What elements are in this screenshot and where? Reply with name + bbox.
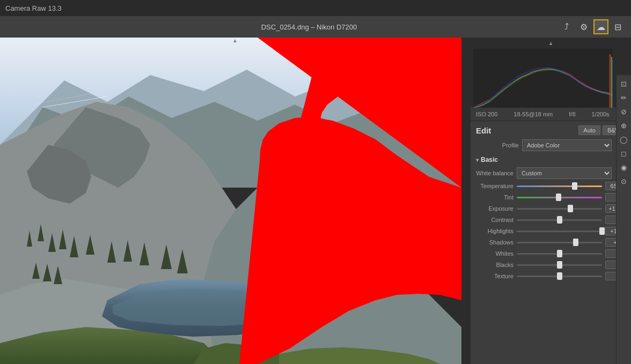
photo-container <box>0 38 461 364</box>
title-bar: Camera Raw 13.3 <box>0 0 631 16</box>
tint-track <box>517 197 602 198</box>
whites-label: Whites <box>476 250 513 257</box>
contrast-slider-container[interactable] <box>517 216 602 224</box>
right-toolbar: ⊡ ✏ ⊘ ⊕ ◯ ◻ ◉ ⊙ ··· <box>616 75 631 364</box>
landscape-svg <box>0 38 461 364</box>
highlights-row: Highlights +100 <box>476 227 626 235</box>
contrast-label: Contrast <box>476 217 513 223</box>
tint-row: Tint -2 <box>476 193 626 202</box>
blacks-label: Blacks <box>476 262 513 268</box>
highlights-track <box>517 231 602 232</box>
temperature-thumb[interactable] <box>572 182 577 190</box>
profile-label: Profile <box>476 142 519 148</box>
tint-slider-container[interactable] <box>517 193 602 202</box>
texture-track <box>517 276 602 277</box>
main-layout: ▲ ▲ ISO 200 <box>0 38 631 364</box>
tint-label: Tint <box>476 194 513 200</box>
settings-button[interactable]: ⚙ <box>576 19 591 34</box>
highlights-slider-container[interactable] <box>517 227 602 235</box>
shadows-slider-container[interactable] <box>517 238 602 247</box>
svg-rect-31 <box>473 49 613 108</box>
iso-value: ISO 200 <box>476 111 497 117</box>
tint-thumb[interactable] <box>556 194 561 201</box>
presets-tool[interactable]: ◉ <box>618 161 630 174</box>
whites-track <box>517 253 602 255</box>
crop-tool[interactable]: ⊡ <box>618 77 630 90</box>
texture-label: Texture <box>476 273 513 279</box>
profile-select[interactable]: Adobe Color <box>522 139 612 151</box>
texture-row: Texture 0 <box>476 272 626 280</box>
temperature-track <box>517 185 602 187</box>
edit-panel: Edit Auto B&W Profile Adobe Color ⊞ ▾ Ba… <box>471 121 631 364</box>
save-button[interactable]: ⤴ <box>559 19 574 34</box>
exposure-slider-container[interactable] <box>517 204 602 213</box>
cloud-sync-button[interactable]: ☁ <box>593 19 608 34</box>
focal-value: 18-55@18 mm <box>513 111 553 117</box>
redeye-tool[interactable]: ⊕ <box>618 119 630 132</box>
shadows-track <box>517 242 602 243</box>
temperature-slider-container[interactable] <box>517 182 602 190</box>
contrast-thumb[interactable] <box>557 216 562 224</box>
scroll-up-arrow[interactable]: ▲ <box>473 40 628 47</box>
shadows-row: Shadows +39 <box>476 238 626 247</box>
exposure-row: Exposure +1.35 <box>476 204 626 213</box>
texture-thumb[interactable] <box>557 272 562 280</box>
contrast-track <box>517 219 602 221</box>
right-panel: ▲ ISO 200 18-55@18 mm f/8 <box>470 38 631 364</box>
wb-label: White balance <box>476 170 513 176</box>
exposure-label: Exposure <box>476 205 513 212</box>
shadows-thumb[interactable] <box>573 239 578 246</box>
profile-row: Profile Adobe Color ⊞ <box>476 139 626 151</box>
temperature-row: Temperature 6500 <box>476 182 626 190</box>
eyedropper-tool[interactable]: ✏ <box>618 91 630 104</box>
edit-title: Edit <box>476 126 491 135</box>
whites-thumb[interactable] <box>557 250 562 257</box>
whites-row: Whites 0 <box>476 249 626 258</box>
mask-tool[interactable]: ◯ <box>618 133 630 146</box>
histogram-area: ▲ <box>471 38 631 107</box>
wb-select[interactable]: Custom As Shot Daylight Cloudy <box>517 167 612 179</box>
exposure-track <box>517 208 602 210</box>
shadows-label: Shadows <box>476 239 513 246</box>
basic-section-header: ▾ Basic ◉ <box>476 154 626 165</box>
blacks-thumb[interactable] <box>557 261 562 269</box>
basic-title: ▾ Basic <box>476 156 498 164</box>
image-area: ▲ <box>0 38 470 364</box>
adjust-button[interactable]: ⊟ <box>611 19 626 34</box>
wb-row: White balance Custom As Shot Daylight Cl… <box>476 167 626 179</box>
contrast-row: Contrast 0 <box>476 216 626 224</box>
top-bar: DSC_0254.dng – Nikon D7200 ⤴ ⚙ ☁ ⊟ <box>0 16 631 38</box>
highlights-label: Highlights <box>476 228 513 234</box>
histogram-svg <box>473 49 613 108</box>
aperture-value: f/8 <box>569 111 575 117</box>
snapshot-tool[interactable]: ◻ <box>618 147 630 160</box>
shutter-value: 1/200s <box>592 111 610 117</box>
auto-button[interactable]: Auto <box>578 125 600 135</box>
texture-slider-container[interactable] <box>517 272 602 280</box>
blacks-row: Blacks 0 <box>476 261 626 269</box>
app-title: Camera Raw 13.3 <box>5 4 62 12</box>
top-icons-group: ⤴ ⚙ ☁ ⊟ <box>559 19 626 34</box>
blacks-track <box>517 264 602 266</box>
adjust-presets-tool[interactable]: ⊙ <box>618 175 630 188</box>
highlights-thumb[interactable] <box>599 227 605 235</box>
temperature-label: Temperature <box>476 183 513 189</box>
edit-header: Edit Auto B&W <box>476 125 626 135</box>
exposure-thumb[interactable] <box>568 205 573 212</box>
filename: DSC_0254.dng – Nikon D7200 <box>261 23 357 31</box>
heal-tool[interactable]: ⊘ <box>618 105 630 118</box>
basic-chevron[interactable]: ▾ <box>476 157 479 163</box>
whites-slider-container[interactable] <box>517 249 602 258</box>
blacks-slider-container[interactable] <box>517 261 602 269</box>
